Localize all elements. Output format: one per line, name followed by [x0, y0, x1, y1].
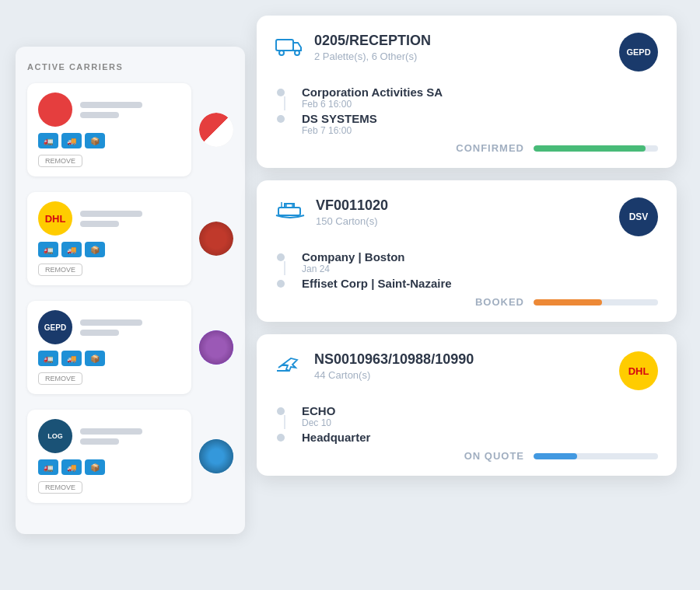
shipment-details: 2 Palette(s), 6 Other(s)	[314, 51, 431, 62]
stop-left	[277, 86, 292, 110]
carrier-icon-delivery[interactable]: 🚚	[61, 242, 82, 257]
stop-dot	[277, 253, 285, 261]
carrier-logo: GEPD	[38, 310, 72, 344]
carrier-icon-delivery[interactable]: 🚚	[61, 459, 82, 475]
shipment-card-1: 0205/RECEPTION 2 Palette(s), 6 Other(s) …	[257, 16, 677, 168]
card-footer: BOOKED	[275, 296, 658, 308]
carrier-text-lines	[80, 428, 180, 445]
progress-fill	[534, 145, 646, 152]
stop-info: Effiset Corp | Saint-Nazaire	[302, 277, 658, 290]
carrier-right-logo	[199, 113, 233, 147]
stops-section: Company | Boston Jan 24 Effiset Corp | S…	[275, 250, 658, 290]
carrier-icon-delivery[interactable]: 🚚	[61, 351, 82, 366]
progress-fill	[534, 299, 602, 305]
status-label: CONFIRMED	[456, 142, 524, 154]
transport-plane-icon	[275, 354, 303, 379]
stop-2: Effiset Corp | Saint-Nazaire	[277, 277, 658, 290]
svg-rect-3	[278, 208, 300, 215]
card-header-left: VF0011020 150 Carton(s)	[275, 197, 388, 227]
stops-section: Corporation Activities SA Feb 6 16:00 DS…	[275, 86, 658, 136]
shipment-card-3: NS0010963/10988/10990 44 Carton(s) DHL E…	[257, 334, 677, 476]
status-label: ON QUOTE	[464, 450, 524, 462]
progress-bar	[534, 145, 658, 152]
status-label: BOOKED	[475, 296, 524, 308]
carrier-icon-truck[interactable]: 🚛	[38, 242, 58, 257]
carrier-text-lines	[80, 211, 180, 227]
shipment-code: NS0010963/10988/10990	[314, 351, 474, 368]
stop-name: ECHO	[302, 404, 658, 417]
stop-dot	[277, 89, 285, 96]
carrier-icons-row: 🚛 🚚 📦	[38, 133, 105, 148]
carrier-icon-box[interactable]: 📦	[85, 133, 105, 148]
carrier-card: GEPD 🚛 🚚 📦 REMOVE	[27, 301, 191, 394]
carrier-card: LOG 🚛 🚚 📦 REMOVE	[27, 410, 191, 503]
stop-left	[277, 404, 292, 429]
stop-name: Effiset Corp | Saint-Nazaire	[302, 277, 658, 290]
carrier-top-row	[38, 93, 180, 127]
carrier-badge-3: DHL	[619, 351, 658, 390]
stop-connector	[284, 96, 285, 110]
card-info: 0205/RECEPTION 2 Palette(s), 6 Other(s)	[314, 33, 431, 62]
carrier-row: GEPD 🚛 🚚 📦 REMOVE	[27, 301, 233, 394]
shipment-code: VF0011020	[316, 197, 388, 214]
stops-section: ECHO Dec 10 Headquarter	[275, 404, 658, 444]
stop-name: Headquarter	[302, 431, 658, 444]
card-header: VF0011020 150 Carton(s) DSV	[275, 197, 658, 236]
carrier-icon-truck[interactable]: 🚛	[38, 133, 58, 148]
remove-button[interactable]: REMOVE	[38, 372, 82, 385]
carrier-top-row: GEPD	[38, 310, 180, 344]
carrier-right-logo	[199, 439, 233, 473]
svg-rect-0	[276, 40, 293, 51]
card-info: VF0011020 150 Carton(s)	[316, 197, 388, 227]
carrier-line-short	[80, 221, 119, 227]
stop-info: DS SYSTEMS Feb 7 16:00	[302, 112, 658, 136]
carrier-icon-box[interactable]: 📦	[85, 351, 105, 366]
svg-point-1	[279, 51, 284, 55]
stop-dot	[277, 280, 285, 288]
carrier-logo: LOG	[38, 419, 72, 453]
carrier-row: DHL 🚛 🚚 📦 REMOVE	[27, 192, 233, 285]
carrier-logo	[38, 93, 72, 127]
active-carriers-panel: ACTIVE CARRIERS 🚛 🚚 📦 REMOVE	[16, 47, 245, 534]
stop-2: DS SYSTEMS Feb 7 16:00	[277, 112, 658, 136]
carrier-logo: DHL	[38, 201, 72, 236]
svg-point-2	[295, 51, 299, 55]
carrier-line-long	[80, 428, 142, 435]
stop-dot	[277, 407, 285, 415]
shipment-details: 150 Carton(s)	[316, 215, 388, 227]
carrier-icons-row: 🚛 🚚 📦	[38, 459, 105, 475]
stop-date: Dec 10	[302, 417, 658, 428]
card-header: 0205/RECEPTION 2 Palette(s), 6 Other(s) …	[275, 33, 658, 72]
stop-connector	[284, 415, 285, 429]
carrier-icon-box[interactable]: 📦	[85, 459, 105, 475]
svg-rect-4	[286, 204, 292, 208]
carrier-badge-2: DSV	[619, 197, 658, 236]
panel-title: ACTIVE CARRIERS	[27, 62, 233, 72]
stop-1: Company | Boston Jan 24	[277, 250, 658, 275]
carrier-top-row: LOG	[38, 419, 180, 453]
carrier-icon-truck[interactable]: 🚛	[38, 351, 58, 366]
remove-button[interactable]: REMOVE	[38, 155, 82, 167]
stop-info: Corporation Activities SA Feb 6 16:00	[302, 86, 658, 110]
stop-dot	[277, 115, 285, 123]
stop-date: Feb 6 16:00	[302, 99, 658, 110]
carrier-icon-box[interactable]: 📦	[85, 242, 105, 257]
card-header-left: NS0010963/10988/10990 44 Carton(s)	[275, 351, 474, 381]
stop-left	[277, 431, 292, 444]
remove-button[interactable]: REMOVE	[38, 264, 82, 276]
stop-1: ECHO Dec 10	[277, 404, 658, 429]
stop-dot	[277, 434, 285, 442]
carrier-badge-1: GEPD	[619, 33, 658, 72]
card-header: NS0010963/10988/10990 44 Carton(s) DHL	[275, 351, 658, 390]
card-footer: ON QUOTE	[275, 450, 658, 462]
progress-fill	[534, 453, 577, 459]
carrier-icon-truck[interactable]: 🚛	[38, 459, 58, 475]
stop-connector	[284, 261, 285, 275]
carrier-card: 🚛 🚚 📦 REMOVE	[27, 83, 191, 176]
remove-button[interactable]: REMOVE	[38, 481, 82, 494]
transport-ship-icon	[275, 200, 305, 225]
carrier-line-short	[80, 112, 119, 118]
progress-bar	[534, 453, 658, 459]
card-header-left: 0205/RECEPTION 2 Palette(s), 6 Other(s)	[275, 33, 431, 62]
carrier-icon-delivery[interactable]: 🚚	[61, 133, 82, 148]
